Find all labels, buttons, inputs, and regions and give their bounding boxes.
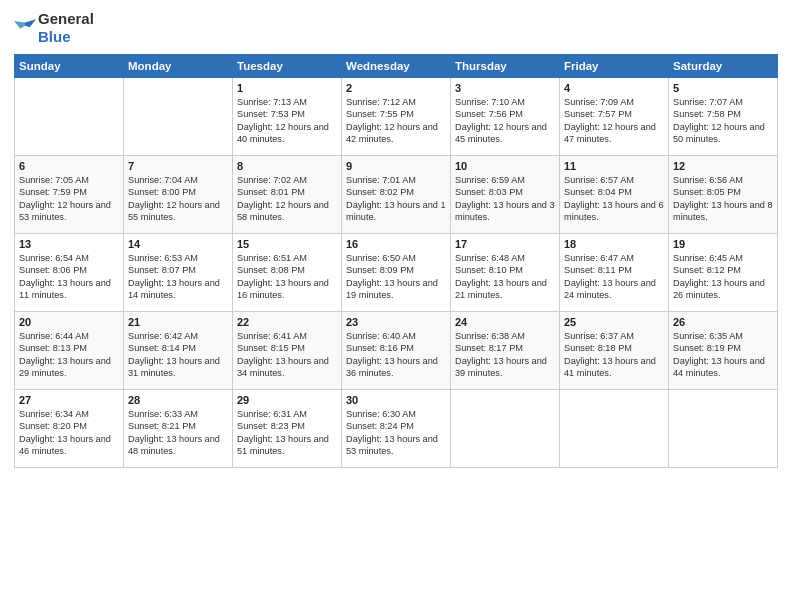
- cell-info: Sunrise: 7:05 AM Sunset: 7:59 PM Dayligh…: [19, 174, 119, 224]
- calendar-cell: 19Sunrise: 6:45 AM Sunset: 8:12 PM Dayli…: [669, 234, 778, 312]
- cell-info: Sunrise: 6:53 AM Sunset: 8:07 PM Dayligh…: [128, 252, 228, 302]
- calendar-cell: 26Sunrise: 6:35 AM Sunset: 8:19 PM Dayli…: [669, 312, 778, 390]
- day-number: 26: [673, 316, 773, 328]
- page: General Blue SundayMondayTuesdayWednesda…: [0, 0, 792, 612]
- calendar-cell: 6Sunrise: 7:05 AM Sunset: 7:59 PM Daylig…: [15, 156, 124, 234]
- day-number: 24: [455, 316, 555, 328]
- calendar-cell: 29Sunrise: 6:31 AM Sunset: 8:23 PM Dayli…: [233, 390, 342, 468]
- calendar-week-row: 1Sunrise: 7:13 AM Sunset: 7:53 PM Daylig…: [15, 78, 778, 156]
- cell-info: Sunrise: 6:35 AM Sunset: 8:19 PM Dayligh…: [673, 330, 773, 380]
- svg-marker-0: [25, 19, 36, 27]
- calendar-cell: 13Sunrise: 6:54 AM Sunset: 8:06 PM Dayli…: [15, 234, 124, 312]
- calendar-week-row: 6Sunrise: 7:05 AM Sunset: 7:59 PM Daylig…: [15, 156, 778, 234]
- cell-info: Sunrise: 6:38 AM Sunset: 8:17 PM Dayligh…: [455, 330, 555, 380]
- weekday-header-tuesday: Tuesday: [233, 55, 342, 78]
- calendar-cell: 4Sunrise: 7:09 AM Sunset: 7:57 PM Daylig…: [560, 78, 669, 156]
- day-number: 1: [237, 82, 337, 94]
- day-number: 17: [455, 238, 555, 250]
- day-number: 30: [346, 394, 446, 406]
- cell-info: Sunrise: 7:10 AM Sunset: 7:56 PM Dayligh…: [455, 96, 555, 146]
- cell-info: Sunrise: 6:34 AM Sunset: 8:20 PM Dayligh…: [19, 408, 119, 458]
- calendar-cell: 14Sunrise: 6:53 AM Sunset: 8:07 PM Dayli…: [124, 234, 233, 312]
- day-number: 8: [237, 160, 337, 172]
- day-number: 4: [564, 82, 664, 94]
- day-number: 16: [346, 238, 446, 250]
- logo-blue: Blue: [38, 28, 71, 45]
- day-number: 20: [19, 316, 119, 328]
- calendar-cell: 25Sunrise: 6:37 AM Sunset: 8:18 PM Dayli…: [560, 312, 669, 390]
- calendar-cell: 16Sunrise: 6:50 AM Sunset: 8:09 PM Dayli…: [342, 234, 451, 312]
- cell-info: Sunrise: 7:09 AM Sunset: 7:57 PM Dayligh…: [564, 96, 664, 146]
- cell-info: Sunrise: 6:44 AM Sunset: 8:13 PM Dayligh…: [19, 330, 119, 380]
- calendar-cell: 30Sunrise: 6:30 AM Sunset: 8:24 PM Dayli…: [342, 390, 451, 468]
- cell-info: Sunrise: 6:54 AM Sunset: 8:06 PM Dayligh…: [19, 252, 119, 302]
- day-number: 18: [564, 238, 664, 250]
- day-number: 12: [673, 160, 773, 172]
- logo-general: General: [38, 10, 94, 27]
- calendar-cell: 24Sunrise: 6:38 AM Sunset: 8:17 PM Dayli…: [451, 312, 560, 390]
- cell-info: Sunrise: 6:51 AM Sunset: 8:08 PM Dayligh…: [237, 252, 337, 302]
- day-number: 15: [237, 238, 337, 250]
- cell-info: Sunrise: 7:12 AM Sunset: 7:55 PM Dayligh…: [346, 96, 446, 146]
- cell-info: Sunrise: 6:40 AM Sunset: 8:16 PM Dayligh…: [346, 330, 446, 380]
- day-number: 28: [128, 394, 228, 406]
- calendar-cell: 21Sunrise: 6:42 AM Sunset: 8:14 PM Dayli…: [124, 312, 233, 390]
- calendar-cell: 3Sunrise: 7:10 AM Sunset: 7:56 PM Daylig…: [451, 78, 560, 156]
- calendar-cell: 20Sunrise: 6:44 AM Sunset: 8:13 PM Dayli…: [15, 312, 124, 390]
- day-number: 21: [128, 316, 228, 328]
- calendar-cell: 27Sunrise: 6:34 AM Sunset: 8:20 PM Dayli…: [15, 390, 124, 468]
- calendar-table: SundayMondayTuesdayWednesdayThursdayFrid…: [14, 54, 778, 468]
- calendar-week-row: 27Sunrise: 6:34 AM Sunset: 8:20 PM Dayli…: [15, 390, 778, 468]
- weekday-header-wednesday: Wednesday: [342, 55, 451, 78]
- day-number: 6: [19, 160, 119, 172]
- calendar-cell: 10Sunrise: 6:59 AM Sunset: 8:03 PM Dayli…: [451, 156, 560, 234]
- day-number: 7: [128, 160, 228, 172]
- calendar-cell: 17Sunrise: 6:48 AM Sunset: 8:10 PM Dayli…: [451, 234, 560, 312]
- day-number: 2: [346, 82, 446, 94]
- day-number: 25: [564, 316, 664, 328]
- header: General Blue: [14, 10, 778, 46]
- cell-info: Sunrise: 6:56 AM Sunset: 8:05 PM Dayligh…: [673, 174, 773, 224]
- cell-info: Sunrise: 6:42 AM Sunset: 8:14 PM Dayligh…: [128, 330, 228, 380]
- calendar-cell: [15, 78, 124, 156]
- cell-info: Sunrise: 7:01 AM Sunset: 8:02 PM Dayligh…: [346, 174, 446, 224]
- cell-info: Sunrise: 6:30 AM Sunset: 8:24 PM Dayligh…: [346, 408, 446, 458]
- day-number: 5: [673, 82, 773, 94]
- weekday-header-monday: Monday: [124, 55, 233, 78]
- cell-info: Sunrise: 7:07 AM Sunset: 7:58 PM Dayligh…: [673, 96, 773, 146]
- svg-marker-1: [14, 21, 25, 29]
- calendar-cell: 5Sunrise: 7:07 AM Sunset: 7:58 PM Daylig…: [669, 78, 778, 156]
- cell-info: Sunrise: 6:50 AM Sunset: 8:09 PM Dayligh…: [346, 252, 446, 302]
- weekday-header-saturday: Saturday: [669, 55, 778, 78]
- calendar-cell: [560, 390, 669, 468]
- weekday-header-sunday: Sunday: [15, 55, 124, 78]
- cell-info: Sunrise: 7:02 AM Sunset: 8:01 PM Dayligh…: [237, 174, 337, 224]
- cell-info: Sunrise: 6:37 AM Sunset: 8:18 PM Dayligh…: [564, 330, 664, 380]
- cell-info: Sunrise: 6:59 AM Sunset: 8:03 PM Dayligh…: [455, 174, 555, 224]
- calendar-cell: [451, 390, 560, 468]
- day-number: 3: [455, 82, 555, 94]
- calendar-cell: [124, 78, 233, 156]
- calendar-cell: 8Sunrise: 7:02 AM Sunset: 8:01 PM Daylig…: [233, 156, 342, 234]
- calendar-cell: 15Sunrise: 6:51 AM Sunset: 8:08 PM Dayli…: [233, 234, 342, 312]
- cell-info: Sunrise: 6:48 AM Sunset: 8:10 PM Dayligh…: [455, 252, 555, 302]
- calendar-cell: 12Sunrise: 6:56 AM Sunset: 8:05 PM Dayli…: [669, 156, 778, 234]
- calendar-cell: 1Sunrise: 7:13 AM Sunset: 7:53 PM Daylig…: [233, 78, 342, 156]
- calendar-cell: 7Sunrise: 7:04 AM Sunset: 8:00 PM Daylig…: [124, 156, 233, 234]
- calendar-cell: 9Sunrise: 7:01 AM Sunset: 8:02 PM Daylig…: [342, 156, 451, 234]
- day-number: 11: [564, 160, 664, 172]
- calendar-week-row: 20Sunrise: 6:44 AM Sunset: 8:13 PM Dayli…: [15, 312, 778, 390]
- day-number: 19: [673, 238, 773, 250]
- logo-bird-icon: [14, 19, 36, 37]
- cell-info: Sunrise: 6:57 AM Sunset: 8:04 PM Dayligh…: [564, 174, 664, 224]
- day-number: 14: [128, 238, 228, 250]
- weekday-header-row: SundayMondayTuesdayWednesdayThursdayFrid…: [15, 55, 778, 78]
- calendar-week-row: 13Sunrise: 6:54 AM Sunset: 8:06 PM Dayli…: [15, 234, 778, 312]
- cell-info: Sunrise: 6:47 AM Sunset: 8:11 PM Dayligh…: [564, 252, 664, 302]
- weekday-header-friday: Friday: [560, 55, 669, 78]
- calendar-cell: 28Sunrise: 6:33 AM Sunset: 8:21 PM Dayli…: [124, 390, 233, 468]
- weekday-header-thursday: Thursday: [451, 55, 560, 78]
- cell-info: Sunrise: 6:31 AM Sunset: 8:23 PM Dayligh…: [237, 408, 337, 458]
- logo: General Blue: [14, 10, 94, 46]
- calendar-cell: 18Sunrise: 6:47 AM Sunset: 8:11 PM Dayli…: [560, 234, 669, 312]
